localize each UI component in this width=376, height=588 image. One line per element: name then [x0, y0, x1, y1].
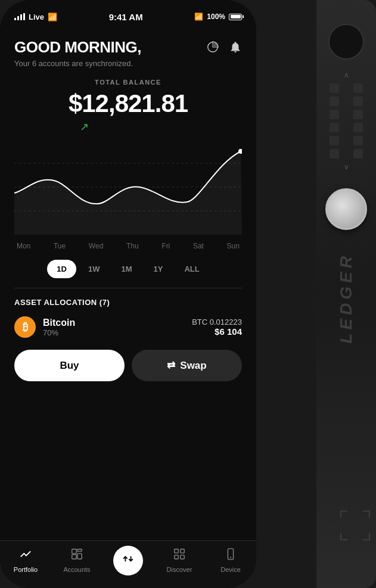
phone-shell: Live 📶 9:41 AM 📶 100% GOOD MORNING, Your…: [0, 0, 256, 588]
svg-rect-8: [77, 553, 82, 559]
ledger-icon-10: [353, 136, 363, 145]
nav-accounts-label: Accounts: [63, 566, 90, 573]
device-icon: [224, 547, 237, 564]
svg-rect-5: [72, 549, 76, 553]
balance-amount: $12,821.81: [14, 89, 242, 118]
greeting-subtitle: Your 6 accounts are synchronized.: [14, 59, 141, 68]
nav-discover-label: Discover: [167, 566, 192, 573]
ledger-up-icon: ∧: [341, 70, 351, 80]
balance-section: TOTAL BALANCE $12,821.81 ↗: [14, 73, 242, 133]
ledger-device: ∧ ∨ LEDGER: [316, 0, 376, 588]
asset-fiat-value: $6 104: [192, 326, 242, 337]
chart-label-mon: Mon: [17, 242, 30, 250]
asset-left: ₿ Bitcoin 70%: [14, 316, 75, 338]
chart-label-tue: Tue: [54, 242, 66, 250]
asset-right: BTC 0.012223 $6 104: [192, 318, 242, 337]
filter-1w[interactable]: 1W: [79, 260, 110, 278]
ledger-top-circle: [328, 24, 364, 60]
ledger-icon-5: [330, 110, 339, 119]
bottom-nav: Portfolio Accounts: [0, 540, 256, 588]
chart-label-sun: Sun: [227, 242, 240, 250]
ledger-main-button[interactable]: [325, 188, 367, 230]
svg-rect-11: [175, 555, 178, 559]
corner-tl-mark: [340, 511, 347, 518]
nav-discover[interactable]: Discover: [154, 547, 205, 573]
chart-day-labels: Mon Tue Wed Thu Fri Sat Sun: [14, 237, 242, 250]
ledger-icon-9: [330, 136, 339, 145]
asset-item-bitcoin[interactable]: ₿ Bitcoin 70% BTC 0.012223 $6 104: [14, 316, 242, 338]
nav-portfolio-label: Portfolio: [14, 566, 38, 573]
corner-br-mark: [363, 533, 370, 540]
nav-center[interactable]: [102, 546, 154, 575]
battery-icon: [229, 14, 242, 20]
chart-section: Mon Tue Wed Thu Fri Sat Sun: [14, 139, 242, 250]
asset-allocation-title: ASSET ALLOCATION (7): [14, 298, 242, 307]
ledger-icon-12: [353, 149, 363, 158]
time-filters: 1D 1W 1M 1Y ALL: [14, 260, 242, 278]
header: GOOD MORNING, Your 6 accounts are synchr…: [14, 26, 242, 73]
swap-button[interactable]: ⇄ Swap: [132, 350, 242, 381]
phone-content: GOOD MORNING, Your 6 accounts are synchr…: [0, 26, 256, 384]
discover-icon: [173, 547, 186, 564]
bluetooth-icon: 📶: [194, 13, 203, 21]
portfolio-icon: [19, 547, 32, 564]
status-left: Live 📶: [14, 13, 57, 21]
corner-bl-mark: [340, 533, 347, 540]
carrier-label: Live: [29, 13, 44, 21]
nav-accounts[interactable]: Accounts: [51, 547, 102, 573]
divider: [14, 288, 242, 288]
status-time: 9:41 AM: [109, 12, 143, 22]
ledger-icon-2: [353, 83, 363, 93]
asset-name: Bitcoin: [43, 318, 75, 328]
nav-device-label: Device: [220, 566, 241, 573]
ledger-down-icon: ∨: [341, 162, 351, 172]
greeting-title: GOOD MORNING,: [14, 38, 141, 57]
chart-label-wed: Wed: [89, 242, 103, 250]
ledger-corner-marks: [340, 511, 370, 540]
chart-label-fri: Fri: [161, 242, 170, 250]
ledger-icon-4: [353, 97, 363, 106]
ledger-icon-8: [353, 123, 363, 132]
ledger-icon-11: [330, 149, 339, 158]
battery-pct: 100%: [207, 13, 225, 21]
accounts-icon: [70, 547, 83, 564]
balance-label: TOTAL BALANCE: [14, 79, 242, 86]
filter-1y[interactable]: 1Y: [144, 260, 173, 278]
filter-all[interactable]: ALL: [175, 260, 209, 278]
ledger-icon-1: [330, 83, 339, 93]
ledger-icon-6: [353, 110, 363, 119]
svg-rect-7: [77, 549, 82, 552]
greeting-block: GOOD MORNING, Your 6 accounts are synchr…: [14, 38, 141, 68]
status-right: 📶 100%: [194, 13, 242, 21]
nav-transfer-button[interactable]: [113, 546, 143, 575]
notification-bell-icon[interactable]: [229, 41, 242, 57]
balance-chart: [14, 139, 242, 235]
bitcoin-icon: ₿: [14, 316, 36, 338]
transfer-icon: [122, 552, 135, 569]
asset-pct: 70%: [43, 328, 75, 337]
balance-trend-arrow-icon: ↗: [14, 120, 242, 133]
filter-1m[interactable]: 1M: [111, 260, 141, 278]
svg-rect-9: [175, 549, 178, 553]
ledger-icon-7: [330, 123, 339, 132]
portfolio-pie-icon[interactable]: [206, 41, 219, 57]
corner-tr-mark: [363, 511, 370, 518]
svg-rect-6: [72, 555, 76, 559]
ledger-brand-text: LEDGER: [337, 253, 356, 344]
buy-button[interactable]: Buy: [14, 350, 125, 381]
svg-rect-10: [181, 549, 184, 553]
nav-device[interactable]: Device: [205, 547, 256, 573]
chart-label-sat: Sat: [193, 242, 204, 250]
status-bar: Live 📶 9:41 AM 📶 100%: [0, 0, 256, 26]
ledger-buttons: ∧ ∨: [322, 70, 370, 172]
action-buttons: Buy ⇄ Swap: [14, 350, 242, 384]
swap-icon: ⇄: [167, 359, 175, 372]
ledger-icon-3: [330, 97, 339, 106]
asset-info: Bitcoin 70%: [43, 318, 75, 337]
header-icons: [206, 38, 242, 57]
asset-crypto-amount: BTC 0.012223: [192, 318, 242, 326]
filter-1d[interactable]: 1D: [47, 260, 76, 278]
svg-rect-12: [181, 555, 184, 559]
wifi-icon: 📶: [48, 13, 57, 21]
nav-portfolio[interactable]: Portfolio: [0, 547, 51, 573]
